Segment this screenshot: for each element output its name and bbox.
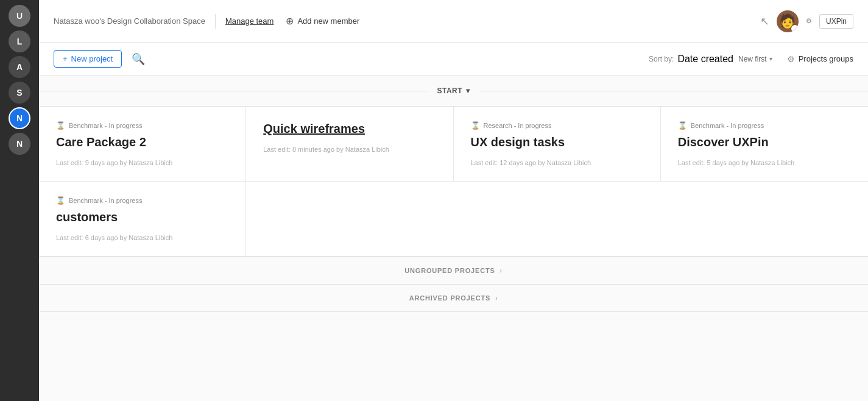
avatar-image: 🧑 <box>779 13 796 29</box>
hourglass-icon: ⌛ <box>56 121 65 130</box>
add-new-member-link[interactable]: ⊕ Add new member <box>286 15 359 27</box>
ungrouped-label: UNGROUPED PROJECTS › <box>404 267 502 274</box>
new-project-button[interactable]: + New project <box>54 50 122 68</box>
project-card[interactable]: ⌛ Benchmark - In progress customers Last… <box>39 182 246 257</box>
archived-chevron-icon: › <box>495 295 498 302</box>
project-card[interactable]: ⌛ Research - In progress UX design tasks… <box>454 107 661 182</box>
project-card-empty <box>246 182 453 257</box>
hourglass-icon: ⌛ <box>471 121 480 130</box>
chevron-down-icon: ▾ <box>769 55 772 62</box>
header: Natasza woo's Design Collaboration Space… <box>39 0 868 43</box>
project-name: UX design tasks <box>471 135 643 149</box>
toolbar: + New project 🔍 Sort by: Date created Ne… <box>39 43 868 76</box>
user-avatar[interactable]: 🧑 <box>777 10 799 32</box>
sort-value: Date created <box>677 54 733 65</box>
header-divider <box>215 14 216 29</box>
header-right: ↖ 🧑 ⚙ UXPin <box>760 10 853 32</box>
project-card[interactable]: ⌛ Benchmark - In progress Care Package 2… <box>39 107 246 182</box>
sort-dropdown[interactable]: Date created New first ▾ <box>677 54 772 65</box>
main-content: Natasza woo's Design Collaboration Space… <box>39 0 868 401</box>
status-text: Benchmark - In progress <box>691 122 764 129</box>
ungrouped-projects-row[interactable]: UNGROUPED PROJECTS › <box>39 257 868 285</box>
search-icon: 🔍 <box>132 53 145 65</box>
status-text: Benchmark - In progress <box>69 197 142 204</box>
uxpin-badge[interactable]: UXPin <box>819 14 853 29</box>
project-card[interactable]: Quick wireframes Last edit: 8 minutes ag… <box>246 107 453 182</box>
project-card-empty <box>454 182 661 257</box>
projects-grid-row2: ⌛ Benchmark - In progress customers Last… <box>39 182 868 257</box>
project-status: ⌛ Benchmark - In progress <box>56 196 228 205</box>
section-start-chevron: ▾ <box>466 87 470 95</box>
project-status: ⌛ Benchmark - In progress <box>56 121 228 130</box>
project-meta: Last edit: 12 days ago by Natasza Libich <box>471 159 643 166</box>
project-status: ⌛ Research - In progress <box>471 121 643 130</box>
project-name: Quick wireframes <box>263 121 436 136</box>
bottom-sections: UNGROUPED PROJECTS › ARCHIVED PROJECTS › <box>39 257 868 312</box>
sidebar-avatar-n[interactable]: N <box>9 133 30 155</box>
ungrouped-chevron-icon: › <box>500 268 503 274</box>
new-project-plus: + <box>63 54 68 63</box>
content-area: START ▾ ⌛ Benchmark - In progress Care P… <box>39 76 868 401</box>
archived-label: ARCHIVED PROJECTS › <box>409 294 498 302</box>
project-meta: Last edit: 9 days ago by Natasza Libich <box>56 159 228 166</box>
sort-label: Sort by: <box>649 55 674 63</box>
manage-team-link[interactable]: Manage team <box>225 16 274 26</box>
hourglass-icon: ⌛ <box>678 121 687 130</box>
workspace-title: Natasza woo's Design Collaboration Space <box>54 16 205 26</box>
project-meta: Last edit: 8 minutes ago by Natasza Libi… <box>263 146 436 153</box>
project-name: Care Package 2 <box>56 135 228 149</box>
sidebar-avatar-s[interactable]: S <box>9 82 30 104</box>
sidebar-avatar-a[interactable]: A <box>9 56 30 78</box>
add-member-icon: ⊕ <box>286 15 294 27</box>
projects-groups-button[interactable]: ⚙ Projects groups <box>787 54 853 64</box>
project-name: Discover UXPin <box>678 135 851 149</box>
settings-gear-icon[interactable]: ⚙ <box>806 17 812 25</box>
project-card-empty <box>661 182 868 257</box>
archived-projects-row[interactable]: ARCHIVED PROJECTS › <box>39 285 868 312</box>
project-meta: Last edit: 6 days ago by Natasza Libich <box>56 234 228 241</box>
project-status: ⌛ Benchmark - In progress <box>678 121 851 130</box>
project-card[interactable]: ⌛ Benchmark - In progress Discover UXPin… <box>661 107 868 182</box>
search-button[interactable]: 🔍 <box>132 52 145 66</box>
sidebar-avatar-l[interactable]: L <box>9 30 30 52</box>
sidebar: ULASNN <box>0 0 39 401</box>
sidebar-avatar-n[interactable]: N <box>9 107 30 129</box>
hourglass-icon: ⌛ <box>56 196 65 205</box>
status-text: Research - In progress <box>484 122 552 129</box>
sidebar-avatar-u[interactable]: U <box>9 5 30 27</box>
groups-gear-icon: ⚙ <box>787 54 795 64</box>
projects-grid-row1: ⌛ Benchmark - In progress Care Package 2… <box>39 106 868 182</box>
cursor-icon: ↖ <box>760 15 769 28</box>
sort-sub: New first <box>738 55 767 63</box>
projects-groups-label: Projects groups <box>799 54 853 63</box>
new-project-label: New project <box>71 54 113 63</box>
section-start-pill[interactable]: START ▾ <box>427 84 479 98</box>
project-name: customers <box>56 210 228 224</box>
project-meta: Last edit: 5 days ago by Natasza Libich <box>678 159 851 166</box>
section-start-label: START <box>437 87 462 95</box>
status-text: Benchmark - In progress <box>69 122 142 129</box>
add-member-label: Add new member <box>297 16 359 26</box>
section-start-header: START ▾ <box>39 76 868 106</box>
